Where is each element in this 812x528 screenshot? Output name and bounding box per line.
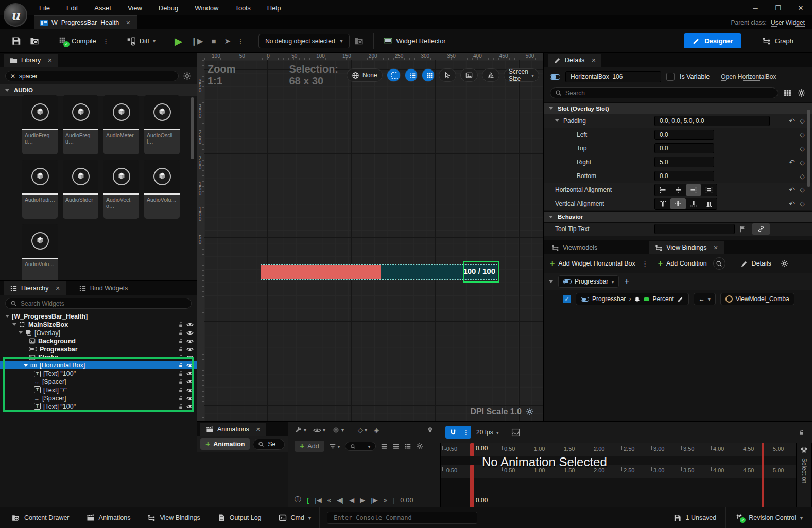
add-binding-button[interactable]: + bbox=[624, 277, 629, 286]
library-card[interactable]: AudioVecto… bbox=[103, 160, 139, 219]
stop-button[interactable]: ■ bbox=[207, 34, 220, 48]
binding-enabled-checkbox[interactable]: ✓ bbox=[563, 295, 571, 303]
library-card[interactable]: AudioMeter bbox=[103, 95, 139, 154]
close-button[interactable]: ✕ bbox=[789, 0, 812, 15]
padding-left-field[interactable]: 0.0 bbox=[654, 130, 714, 140]
add-track-button[interactable]: +Add bbox=[295, 441, 324, 452]
animations-tab[interactable]: Animations ✕ bbox=[200, 423, 266, 436]
widget-reflector-button[interactable]: Widget Reflector bbox=[379, 33, 450, 49]
bindings-search-button[interactable] bbox=[713, 257, 725, 270]
save-button[interactable] bbox=[7, 33, 25, 49]
library-search-input[interactable]: ✕ bbox=[5, 71, 179, 81]
group-widget-dropdown[interactable]: Progressbar ▾ bbox=[558, 275, 619, 288]
add-widget-button[interactable]: +Add Widget Horizontal Box bbox=[550, 259, 635, 268]
view-bindings-drawer-button[interactable]: View Bindings bbox=[139, 507, 209, 528]
lock-open-icon[interactable] bbox=[178, 403, 184, 410]
is-variable-checkbox[interactable] bbox=[666, 73, 675, 81]
visibility-eye-icon[interactable] bbox=[186, 354, 194, 361]
playback-end-bracket[interactable] bbox=[762, 443, 764, 508]
visibility-eye-icon[interactable] bbox=[186, 338, 194, 345]
maximize-button[interactable]: ☐ bbox=[767, 0, 789, 15]
compile-options-kebab-icon[interactable]: ⋮ bbox=[100, 37, 112, 45]
open-horizontalbox-link[interactable]: Open HorizontalBox bbox=[721, 73, 776, 81]
library-card[interactable]: AudioFrequ… bbox=[22, 95, 58, 154]
caret-icon[interactable] bbox=[19, 331, 23, 334]
loop-bracket-icon[interactable]: [ bbox=[307, 496, 309, 504]
tree-row-horizontal-box[interactable]: [Horizontal Box] bbox=[0, 361, 197, 369]
lock-open-icon[interactable] bbox=[178, 395, 184, 401]
caret-icon[interactable] bbox=[24, 364, 28, 367]
library-tab[interactable]: Library ✕ bbox=[4, 54, 58, 67]
visibility-eye-icon[interactable] bbox=[186, 329, 194, 337]
compile-button[interactable]: ✓ Compile bbox=[55, 33, 100, 49]
viewmodels-tab[interactable]: Viewmodels bbox=[546, 241, 603, 254]
parent-class-link[interactable]: User Widget bbox=[771, 19, 805, 27]
caret-icon[interactable] bbox=[5, 315, 9, 318]
library-card[interactable]: AudioRadi… bbox=[22, 160, 58, 219]
slot-section-header[interactable]: Slot (Overlay Slot) bbox=[544, 102, 812, 114]
lock-open-icon[interactable] bbox=[178, 379, 184, 385]
bindings-details-button[interactable]: Details bbox=[740, 260, 771, 268]
reset-to-default-icon[interactable]: ↶ bbox=[789, 158, 795, 166]
filter-dropdown[interactable]: ▾ bbox=[329, 443, 340, 450]
graph-mode-button[interactable]: Graph bbox=[757, 37, 799, 45]
lock-open-icon[interactable] bbox=[178, 371, 184, 377]
playhead-marker-bottom[interactable] bbox=[470, 465, 474, 508]
library-card[interactable]: AudioFrequ… bbox=[63, 95, 98, 154]
menu-window[interactable]: Window bbox=[188, 2, 224, 14]
hierarchy-search-input[interactable] bbox=[5, 298, 192, 309]
snap-magnet-toggle[interactable] bbox=[445, 426, 461, 439]
add-animation-button[interactable]: +Animation bbox=[200, 438, 250, 450]
library-settings-gear-icon[interactable] bbox=[183, 72, 192, 80]
padding-top-field[interactable]: 0.0 bbox=[654, 143, 714, 153]
row-size-small-button[interactable] bbox=[381, 443, 388, 450]
details-tab[interactable]: Details ✕ bbox=[548, 54, 601, 67]
lock-open-icon[interactable] bbox=[178, 387, 184, 393]
asset-tab[interactable]: W_ProgressBar_Health ✕ bbox=[34, 15, 137, 29]
display-filter-icon[interactable] bbox=[783, 89, 792, 97]
view-options-dropdown[interactable]: ▾ bbox=[313, 426, 325, 434]
tree-row-spacer-a[interactable]: ↔ [Spacer] bbox=[0, 378, 197, 386]
v-align-bottom-button[interactable] bbox=[686, 198, 701, 209]
caret-icon[interactable] bbox=[12, 323, 16, 326]
bind-diamond-icon[interactable]: ◇ bbox=[800, 117, 805, 125]
lock-open-icon[interactable] bbox=[178, 338, 184, 344]
snap-options-kebab-icon[interactable]: ⋮ bbox=[461, 426, 471, 439]
play-button[interactable]: ▶ bbox=[170, 33, 186, 49]
sequencer-tools-dropdown[interactable]: ▾ bbox=[295, 426, 306, 434]
keyframe-options-dropdown[interactable]: ◇▾ bbox=[358, 426, 367, 434]
edit-pencil-icon[interactable] bbox=[677, 296, 684, 303]
minimize-button[interactable]: ─ bbox=[744, 0, 767, 15]
tree-row-text-slash[interactable]: T [Text] "/" bbox=[0, 386, 197, 394]
bind-diamond-icon[interactable]: ◇ bbox=[800, 186, 805, 193]
h-align-fill-button[interactable] bbox=[701, 184, 717, 196]
padding-caret-icon[interactable] bbox=[555, 119, 559, 122]
visibility-eye-icon[interactable] bbox=[186, 346, 194, 353]
group-caret-icon[interactable] bbox=[549, 280, 553, 283]
tooltip-text-field[interactable] bbox=[654, 224, 735, 234]
menu-tools[interactable]: Tools bbox=[229, 2, 256, 14]
cursor-tool-button[interactable] bbox=[439, 68, 456, 82]
step-forward-button[interactable]: |▶ bbox=[371, 496, 377, 504]
bind-diamond-icon[interactable]: ◇ bbox=[800, 200, 805, 207]
details-search-input[interactable] bbox=[550, 87, 778, 98]
info-icon[interactable]: ⓘ bbox=[295, 495, 301, 504]
track-search-input[interactable]: ▾ bbox=[345, 442, 376, 451]
debug-object-dropdown[interactable]: No debug object selected▾ bbox=[258, 34, 349, 48]
current-time-display[interactable]: 0.00 bbox=[400, 496, 413, 504]
play-forward-button[interactable]: ▶ bbox=[360, 496, 365, 504]
padding-field[interactable]: 0.0, 0.0, 5.0, 0.0 bbox=[654, 116, 770, 126]
step-back-button[interactable]: ◀| bbox=[337, 496, 343, 504]
timeline-body[interactable]: -0.500.501.001.502.002.503.003.504.004.5… bbox=[440, 443, 812, 507]
h-align-left-button[interactable] bbox=[655, 184, 670, 196]
play-advance-button[interactable]: ➤ bbox=[220, 34, 235, 48]
go-to-front-button[interactable]: |◀ bbox=[315, 496, 321, 504]
clear-search-icon[interactable]: ✕ bbox=[10, 73, 15, 80]
fps-dropdown[interactable]: 20 fps▾ bbox=[476, 429, 499, 436]
diff-button[interactable]: Diff▾ bbox=[123, 33, 160, 49]
console-command-input[interactable] bbox=[327, 512, 477, 524]
localization-preview-dropdown[interactable]: None bbox=[347, 68, 383, 82]
add-widget-kebab-icon[interactable]: ⋮ bbox=[640, 259, 651, 268]
screen-size-dropdown[interactable]: Screen Size▾ bbox=[504, 68, 539, 82]
lock-open-icon[interactable] bbox=[178, 354, 184, 360]
